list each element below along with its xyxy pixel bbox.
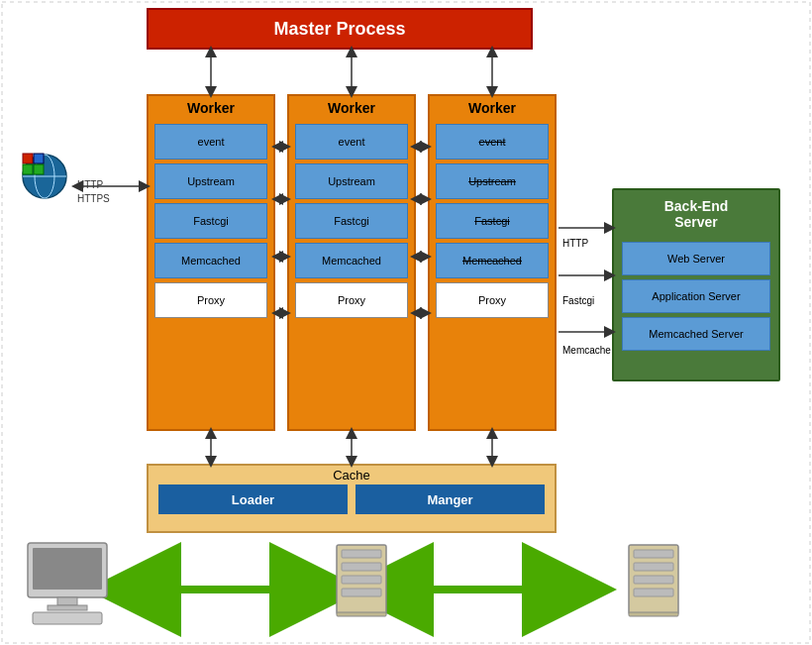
backend-label: Back-EndServer — [614, 190, 778, 238]
svg-rect-40 — [634, 563, 673, 571]
worker3-proxy: Proxy — [436, 282, 549, 318]
worker2-upstream: Upstream — [295, 163, 408, 199]
svg-rect-41 — [634, 576, 673, 584]
worker1-container: Worker event Upstream Fastcgi Memcached … — [147, 94, 275, 431]
worker2-container: Worker event Upstream Fastcgi Memcached … — [287, 94, 416, 431]
worker3-memcached: Memcached — [436, 243, 549, 278]
cache-loader: Loader — [158, 484, 348, 514]
worker2-fastcgi: Fastcgi — [295, 203, 408, 239]
memcache-label: Memcache — [562, 345, 611, 356]
svg-rect-29 — [57, 597, 77, 605]
backend-app-server: Application Server — [622, 279, 770, 313]
cache-manger: Manger — [355, 484, 545, 514]
fastcgi-label: Fastcgi — [562, 295, 594, 306]
svg-rect-30 — [48, 605, 87, 610]
cache-label: Cache — [149, 466, 555, 484]
svg-rect-42 — [634, 589, 673, 596]
backend-web-server: Web Server — [622, 242, 770, 275]
svg-rect-25 — [23, 164, 33, 174]
worker1-proxy: Proxy — [154, 282, 267, 318]
worker2-memcached: Memcached — [295, 243, 408, 278]
svg-rect-26 — [34, 164, 44, 174]
svg-rect-35 — [342, 576, 381, 584]
svg-rect-27 — [28, 543, 107, 597]
svg-rect-33 — [342, 550, 381, 558]
worker2-event: event — [295, 124, 408, 160]
diagram-container: Master Process Worker event Upstream Fas… — [0, 0, 812, 645]
worker1-memcached: Memcached — [154, 243, 267, 278]
svg-rect-34 — [342, 563, 381, 571]
worker3-container: Worker event Upstream Fastcgi Memcached … — [428, 94, 557, 431]
master-process-label: Master Process — [273, 19, 405, 40]
svg-point-20 — [23, 155, 66, 198]
http-https-label: HTTPHTTPS — [77, 178, 110, 206]
worker1-fastcgi: Fastcgi — [154, 203, 267, 239]
svg-rect-43 — [629, 612, 678, 616]
svg-rect-31 — [33, 612, 102, 624]
svg-rect-38 — [629, 545, 678, 614]
svg-rect-28 — [33, 548, 102, 590]
master-process-box: Master Process — [147, 8, 533, 50]
backend-server-container: Back-EndServer Web Server Application Se… — [612, 188, 780, 381]
cache-container: Cache Loader Manger — [147, 464, 557, 533]
svg-rect-23 — [23, 154, 33, 163]
worker3-label: Worker — [430, 96, 555, 120]
worker3-event: event — [436, 124, 549, 160]
worker3-fastcgi: Fastcgi — [436, 203, 549, 239]
worker1-upstream: Upstream — [154, 163, 267, 199]
svg-point-21 — [35, 155, 54, 198]
http-label: HTTP — [562, 238, 588, 249]
worker1-event: event — [154, 124, 267, 160]
worker1-label: Worker — [149, 96, 273, 120]
worker2-label: Worker — [289, 96, 414, 120]
svg-rect-37 — [337, 612, 386, 616]
backend-memcached: Memcached Server — [622, 317, 770, 351]
worker3-upstream: Upstream — [436, 163, 549, 199]
svg-rect-24 — [34, 154, 44, 163]
svg-rect-36 — [342, 589, 381, 596]
worker2-proxy: Proxy — [295, 282, 408, 318]
svg-rect-32 — [337, 545, 386, 614]
svg-rect-39 — [634, 550, 673, 558]
